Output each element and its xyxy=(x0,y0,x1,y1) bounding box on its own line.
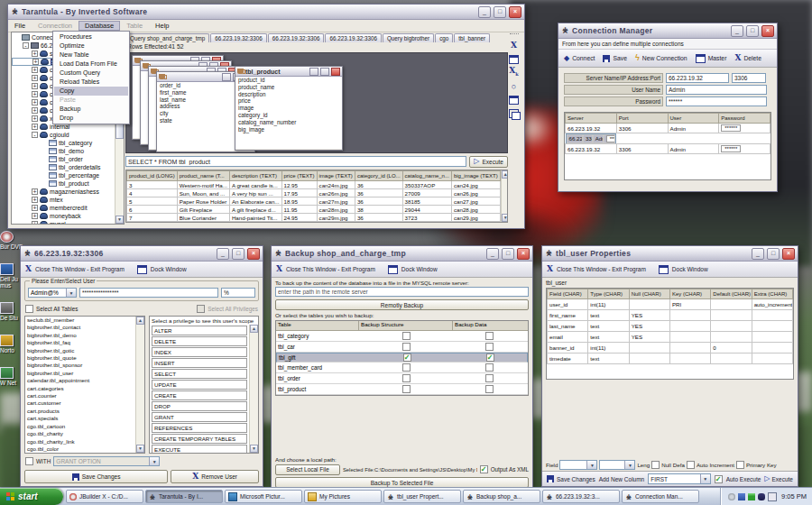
titlebar[interactable]: Backup shop_and_charge_tmp _ □ × xyxy=(272,246,532,262)
toolbar-grip[interactable] xyxy=(510,33,519,37)
save-changes-button[interactable]: Save Changes xyxy=(24,470,168,483)
close-button[interactable]: × xyxy=(509,6,521,18)
maximize-button[interactable] xyxy=(320,68,329,76)
column-header[interactable]: image (TEXT) xyxy=(317,171,355,181)
backup-table-row[interactable]: tbl_car xyxy=(276,342,528,353)
tree-toggle[interactable]: + xyxy=(32,75,38,81)
tree-toggle[interactable]: + xyxy=(32,83,38,89)
privilege-item[interactable]: CREATE xyxy=(152,390,247,400)
table-list-item[interactable]: bigbrother.tbl_contact xyxy=(25,324,135,331)
menu-item[interactable]: Reload Tables xyxy=(54,78,128,87)
backup-table-row[interactable]: tbl_category xyxy=(276,331,528,342)
column-header[interactable]: catalog_name_n... xyxy=(402,171,451,181)
scroll-up-icon[interactable]: ▲ xyxy=(502,170,508,179)
scroll-down-icon[interactable]: ▼ xyxy=(502,214,508,222)
execute-button[interactable]: ▷ Execute xyxy=(469,156,508,168)
backup-structure-checkbox[interactable] xyxy=(402,385,411,393)
privilege-item[interactable]: INSERT xyxy=(152,358,247,368)
backup-data-checkbox[interactable] xyxy=(485,332,494,340)
dock-window-icon[interactable] xyxy=(509,54,520,64)
table-list-item[interactable]: cart.categories xyxy=(25,385,135,392)
backup-data-checkbox[interactable] xyxy=(485,363,494,372)
privilege-item[interactable]: DROP xyxy=(152,401,247,411)
backup-structure-checkbox[interactable] xyxy=(402,332,411,340)
tree-item[interactable]: tbl_product xyxy=(12,179,115,188)
menu-item[interactable]: New Table xyxy=(54,50,128,60)
user-password-input[interactable] xyxy=(79,288,218,298)
select-local-file-button[interactable]: Select Local File xyxy=(275,464,340,475)
column-header[interactable]: Null (CHAR) xyxy=(629,289,669,299)
backup-data-checkbox[interactable] xyxy=(485,385,494,393)
column-row[interactable]: user_idint(11) PRIauto_increment xyxy=(548,299,793,310)
tree-toggle[interactable]: + xyxy=(32,213,38,219)
table-row[interactable]: 5Paper Rose HolderAn Elaborate can...18.… xyxy=(127,197,501,206)
tree-toggle[interactable]: + xyxy=(32,107,38,114)
backup-table-row[interactable]: tbl_order xyxy=(276,373,528,384)
tab[interactable]: 66.223.19.32:3306 xyxy=(268,33,325,42)
table-list-item[interactable]: bigbrother.tbl_gotic xyxy=(25,347,135,354)
tab[interactable]: Query shop_and_charge_tmp xyxy=(125,33,209,42)
column-header[interactable]: Extra (CHAR) xyxy=(752,289,792,299)
tab[interactable]: 66.223.19.32:3306 xyxy=(210,33,267,42)
privilege-item[interactable]: SELECT xyxy=(152,369,247,379)
table-list-item[interactable]: cgo.tbl_charity xyxy=(25,430,135,437)
port-input[interactable] xyxy=(732,73,766,83)
close-tab-icon[interactable]: X xyxy=(509,41,520,50)
tab[interactable]: tbl_banner xyxy=(454,33,490,42)
tables-scrollbar[interactable]: ▲ ▼ xyxy=(135,317,144,453)
scroll-up-icon[interactable]: ▲ xyxy=(136,317,144,325)
column-header[interactable]: big_image (TEXT) xyxy=(451,171,500,181)
menu-item[interactable]: Paste xyxy=(54,96,128,105)
backup-data-checkbox[interactable]: ✓ xyxy=(486,354,494,362)
tree-toggle[interactable]: + xyxy=(32,197,38,203)
privileges-scrollbar[interactable]: ▲ ▼ xyxy=(249,325,258,453)
menu[interactable]: File xyxy=(8,21,32,31)
refresh-icon[interactable]: ○ xyxy=(509,81,520,91)
column-header[interactable]: User xyxy=(668,114,719,124)
taskbar-task-button[interactable]: tbl_user Propert... xyxy=(383,490,461,503)
minimize-button[interactable]: _ xyxy=(478,6,491,18)
scroll-down-icon[interactable]: ▼ xyxy=(250,445,258,453)
close-window-button[interactable]: Close This Window - Exit Program xyxy=(286,266,375,272)
backup-data-checkbox[interactable] xyxy=(485,374,494,382)
table-list-item[interactable]: calendar.tbl_appointment xyxy=(25,377,135,384)
sql-input[interactable] xyxy=(125,156,466,167)
privilege-item[interactable]: EXECUTE xyxy=(152,445,247,453)
menu[interactable]: Connection xyxy=(32,21,78,31)
dock-window-button[interactable]: Dock Window xyxy=(401,266,438,272)
table-list-item[interactable]: cart.customer xyxy=(25,399,135,407)
close-button[interactable]: × xyxy=(761,25,774,37)
maximize-button[interactable]: □ xyxy=(494,6,506,18)
table-row[interactable]: 8Cathedral HoldersElegant notched...12.9… xyxy=(127,222,501,224)
table-row[interactable]: 7Blue CorianderHand-painted Tit...24.95 … xyxy=(127,214,501,222)
close-button[interactable]: × xyxy=(517,248,530,260)
auto-execute-checkbox[interactable]: ✓ xyxy=(715,475,723,483)
password-input[interactable] xyxy=(666,96,767,106)
tree-item[interactable]: + magazneniashess xyxy=(12,188,115,196)
tab[interactable]: cgo xyxy=(435,33,453,42)
table-list-item[interactable]: cgo.tbl_charity_link xyxy=(25,438,135,445)
field-name-select[interactable]: ▼ xyxy=(559,460,597,470)
tree-item[interactable]: + mtex xyxy=(12,196,115,204)
start-button[interactable]: start xyxy=(0,488,63,505)
menu-item[interactable]: Backup xyxy=(54,105,128,114)
grant-option-select[interactable]: GRANT OPTION▼ xyxy=(53,456,160,466)
backup-table-row[interactable]: tbl_gift ✓ ✓ xyxy=(276,353,528,363)
menu[interactable]: Help xyxy=(149,21,175,31)
column-position-select[interactable]: FIRST▼ xyxy=(648,473,710,484)
connection-row[interactable]: 66.223.19.323306Admin ****** xyxy=(566,124,770,133)
table-list-item[interactable]: cart.specials xyxy=(25,415,135,422)
save-button[interactable]: Save xyxy=(603,55,627,62)
scroll-down-icon[interactable]: ▼ xyxy=(136,445,144,453)
menu-item[interactable]: Custom Query xyxy=(54,69,128,78)
tree-toggle[interactable]: + xyxy=(32,221,38,224)
backup-structure-checkbox[interactable] xyxy=(402,363,411,372)
tree-item[interactable]: - cgiould xyxy=(12,131,115,139)
menu-item[interactable]: Drop xyxy=(54,114,128,123)
tree-toggle[interactable]: + xyxy=(32,50,38,57)
remote-path-input[interactable] xyxy=(275,287,529,297)
titlebar[interactable]: Connection Manager _ □ × xyxy=(558,23,777,39)
minimize-button[interactable]: _ xyxy=(486,248,499,260)
close-button[interactable]: × xyxy=(247,248,260,260)
minimize-button[interactable]: _ xyxy=(217,248,229,260)
